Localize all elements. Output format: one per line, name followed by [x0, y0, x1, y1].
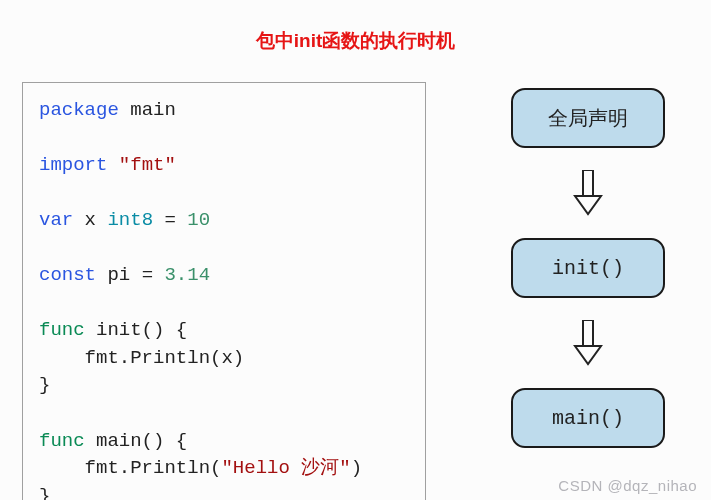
var-eq: = [153, 209, 187, 231]
svg-marker-3 [575, 346, 601, 364]
var-val: 10 [187, 209, 210, 231]
kw-func-main: func [39, 430, 85, 452]
func-init-body: fmt.Println(x) [39, 347, 244, 369]
func-init-close: } [39, 374, 50, 396]
import-str: "fmt" [107, 154, 175, 176]
kw-package: package [39, 99, 119, 121]
kw-var: var [39, 209, 73, 231]
svg-rect-0 [583, 170, 593, 196]
kw-func-init: func [39, 319, 85, 341]
func-main-close: } [39, 485, 50, 500]
code-box: package main import "fmt" var x int8 = 1… [22, 82, 426, 500]
flow-box-label: main() [552, 407, 624, 430]
pkg-name: main [119, 99, 176, 121]
flow-box-label: init() [552, 257, 624, 280]
watermark: CSDN @dqz_nihao [558, 477, 697, 494]
type-int8: int8 [107, 209, 153, 231]
const-val: 3.14 [164, 264, 210, 286]
kw-import: import [39, 154, 107, 176]
arrow-down-icon [571, 320, 605, 366]
var-name: x [73, 209, 107, 231]
flow-box-main: main() [511, 388, 665, 448]
arrow-down-icon [571, 170, 605, 216]
flow-box-label: 全局声明 [548, 105, 628, 132]
flow-box-init: init() [511, 238, 665, 298]
func-main-sig: main() { [85, 430, 188, 452]
main-print-open: fmt.Println( [39, 457, 221, 479]
const-eq: = [142, 264, 165, 286]
content-row: package main import "fmt" var x int8 = 1… [0, 82, 711, 500]
svg-marker-1 [575, 196, 601, 214]
main-print-close: ) [351, 457, 362, 479]
kw-const: const [39, 264, 96, 286]
func-init-sig: init() { [85, 319, 188, 341]
flow-box-global-decl: 全局声明 [511, 88, 665, 148]
flow-column: 全局声明 init() main() [498, 88, 678, 448]
page-title: 包中init函数的执行时机 [0, 28, 711, 54]
main-print-str: "Hello 沙河" [221, 457, 350, 479]
const-name: pi [96, 264, 142, 286]
svg-rect-2 [583, 320, 593, 346]
